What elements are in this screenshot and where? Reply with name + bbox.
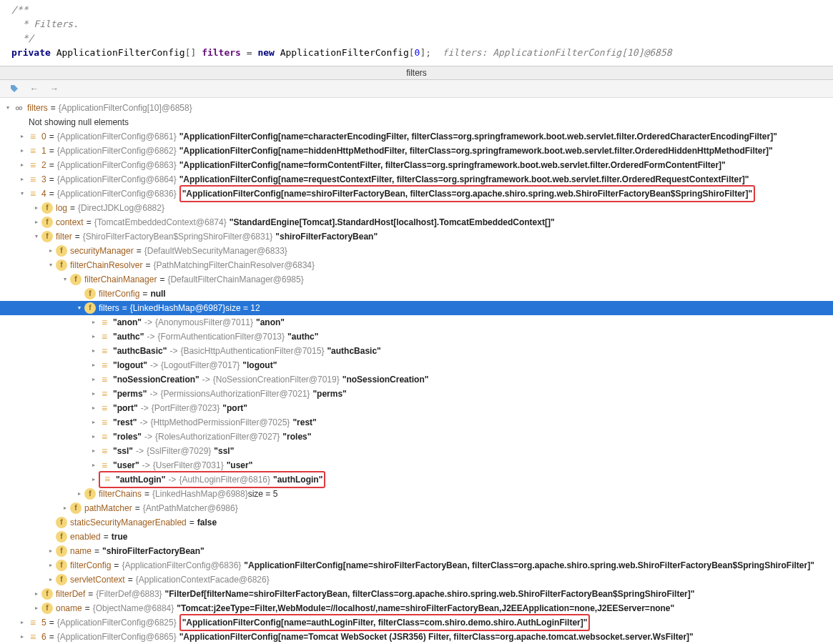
tree-prop-servletContext[interactable]: ▸ f servletContext= {ApplicationContextF… xyxy=(0,573,833,587)
expander-icon[interactable]: ▸ xyxy=(89,317,99,327)
field-icon: f xyxy=(84,288,96,299)
expander-icon[interactable]: ▸ xyxy=(89,432,99,442)
highlight-box: "ApplicationFilterConfig[name=shiroFilte… xyxy=(179,185,756,202)
tree-prop-context[interactable]: ▸ f context= {TomcatEmbeddedContext@6874… xyxy=(0,215,833,229)
element-icon: ≡ xyxy=(27,131,39,142)
toolbar: ← → xyxy=(0,80,833,98)
element-icon: ≡ xyxy=(27,631,39,643)
expander-icon[interactable]: ▸ xyxy=(89,460,99,470)
map-entry[interactable]: ▸≡"port"->{PortFilter@7023}"port" xyxy=(0,401,833,415)
map-entry[interactable]: ▸≡"anon"->{AnonymousFilter@7011}"anon" xyxy=(0,315,833,330)
expander-icon[interactable]: ▸ xyxy=(31,203,41,213)
expander-icon[interactable]: ▸ xyxy=(17,146,27,156)
back-icon[interactable]: ← xyxy=(29,83,40,94)
expander-icon[interactable]: ▾ xyxy=(46,260,56,270)
element-icon: ≡ xyxy=(99,402,110,414)
expander-icon[interactable]: ▸ xyxy=(89,403,99,413)
expander-icon[interactable]: ▸ xyxy=(31,589,41,599)
expander-icon[interactable]: ▸ xyxy=(46,575,56,585)
tree-item-0[interactable]: ▸ ≡ 0= {ApplicationFilterConfig@6861} "A… xyxy=(0,129,833,144)
expander-icon[interactable]: ▸ xyxy=(89,446,99,456)
expander-icon[interactable]: ▾ xyxy=(3,103,13,113)
field-icon: f xyxy=(41,202,53,214)
expander-icon[interactable]: ▾ xyxy=(60,274,70,284)
tree-prop-filterChainResolver[interactable]: ▾ f filterChainResolver= {PathMatchingFi… xyxy=(0,258,833,272)
forward-icon[interactable]: → xyxy=(49,83,60,94)
tree-prop-staticSec[interactable]: f staticSecurityManagerEnabled= false xyxy=(0,515,833,530)
map-entry[interactable]: ▸≡"ssl"->{SslFilter@7029}"ssl" xyxy=(0,444,833,458)
expander-icon[interactable]: ▸ xyxy=(46,246,56,256)
expander-icon[interactable]: ▸ xyxy=(89,389,99,399)
tree-prop-filter[interactable]: ▾ f filter= {ShiroFilterFactoryBean$Spri… xyxy=(0,229,833,244)
element-icon: ≡ xyxy=(27,145,39,157)
tree-item-3[interactable]: ▸ ≡ 3= {ApplicationFilterConfig@6864} "A… xyxy=(0,172,833,187)
expander-icon[interactable]: ▸ xyxy=(31,603,41,613)
tree-prop-filters-selected[interactable]: ▾ f filters= {LinkedHashMap@6987} size =… xyxy=(0,301,833,315)
element-icon: ≡ xyxy=(99,374,110,385)
tree-prop-filterDef[interactable]: ▸ f filterDef= {FilterDef@6883} "FilterD… xyxy=(0,587,833,601)
tree-item-6[interactable]: ▸ ≡ 6= {ApplicationFilterConfig@6865} "A… xyxy=(0,630,833,644)
tree-item-5[interactable]: ▸ ≡ 5= {ApplicationFilterConfig@6825} "A… xyxy=(0,615,833,630)
expander-icon[interactable]: ▸ xyxy=(17,632,27,642)
expander-icon[interactable]: ▸ xyxy=(60,503,70,513)
tag-icon[interactable] xyxy=(9,83,20,94)
element-icon: ≡ xyxy=(99,388,110,400)
expander-icon[interactable]: ▸ xyxy=(31,217,41,227)
tree-prop-log[interactable]: ▸ f log= {DirectJDKLog@6882} xyxy=(0,201,833,215)
editor-code: /** * Filters. */ private ApplicationFil… xyxy=(0,0,833,66)
tree-item-1[interactable]: ▸ ≡ 1= {ApplicationFilterConfig@6862} "A… xyxy=(0,144,833,158)
expander-icon[interactable]: ▸ xyxy=(89,417,99,427)
tree-prop-oname[interactable]: ▸ f oname= {ObjectName@6884} "Tomcat:j2e… xyxy=(0,601,833,615)
tree-prop-name[interactable]: ▸ f name= "shiroFilterFactoryBean" xyxy=(0,544,833,558)
tree-item-2[interactable]: ▸ ≡ 2= {ApplicationFilterConfig@6863} "A… xyxy=(0,158,833,172)
field-icon: f xyxy=(41,231,53,242)
expander-icon[interactable]: ▸ xyxy=(74,489,84,499)
panel-title: filters xyxy=(0,66,833,80)
map-entry[interactable]: ▸≡"perms"->{PermissionsAuthorizationFilt… xyxy=(0,387,833,401)
field-icon: f xyxy=(70,502,82,514)
map-entry[interactable]: ▸≡"noSessionCreation"->{NoSessionCreatio… xyxy=(0,372,833,387)
expander-icon[interactable]: ▸ xyxy=(89,375,99,385)
tree-prop-filterChains[interactable]: ▸ f filterChains= {LinkedHashMap@6988} s… xyxy=(0,487,833,501)
map-entry[interactable]: ▸≡"authcBasic"->{BasicHttpAuthentication… xyxy=(0,344,833,358)
expander-icon[interactable]: ▸ xyxy=(17,160,27,170)
highlight-box: "ApplicationFilterConfig[name=authLoginF… xyxy=(179,614,591,631)
field-icon: f xyxy=(56,574,67,585)
expander-icon[interactable]: ▸ xyxy=(17,618,27,628)
expander-icon[interactable]: ▸ xyxy=(89,346,99,356)
tree-prop-securityManager[interactable]: ▸ f securityManager= {DefaultWebSecurity… xyxy=(0,244,833,258)
tree-prop-pathMatcher[interactable]: ▸ f pathMatcher= {AntPathMatcher@6986} xyxy=(0,501,833,515)
expander-icon[interactable]: ▸ xyxy=(17,174,27,184)
field-icon: f xyxy=(56,245,67,257)
tree-prop-filterChainManager[interactable]: ▾ f filterChainManager= {DefaultFilterCh… xyxy=(0,272,833,287)
expander-icon[interactable]: ▸ xyxy=(89,360,99,370)
expander-icon[interactable]: ▸ xyxy=(46,546,56,556)
map-entry[interactable]: ▸≡"rest"->{HttpMethodPermissionFilter@70… xyxy=(0,415,833,430)
tree-item-4[interactable]: ▾ ≡ 4= {ApplicationFilterConfig@6836} "A… xyxy=(0,187,833,201)
map-entry[interactable]: ▸≡"roles"->{RolesAuthorizationFilter@702… xyxy=(0,430,833,444)
element-icon: ≡ xyxy=(99,460,110,471)
element-icon: ≡ xyxy=(99,417,110,428)
field-icon: f xyxy=(56,560,67,571)
map-entry[interactable]: ▸≡"logout"->{LogoutFilter@7017}"logout" xyxy=(0,358,833,372)
expander-icon[interactable]: ▾ xyxy=(31,232,41,242)
map-entry[interactable]: ▸≡"user"->{UserFilter@7031}"user" xyxy=(0,458,833,472)
map-entry-authLogin[interactable]: ▸≡"authLogin"->{AuthLoginFilter@6816}"au… xyxy=(0,472,833,487)
var-name: filters xyxy=(27,101,48,115)
element-icon: ≡ xyxy=(99,445,110,457)
tree-prop-enabled[interactable]: f enabled= true xyxy=(0,530,833,544)
expander-icon[interactable]: ▾ xyxy=(74,303,84,313)
expander-icon[interactable]: ▾ xyxy=(17,189,27,199)
element-icon: ≡ xyxy=(102,473,113,485)
expander-icon[interactable]: ▸ xyxy=(89,475,99,485)
tree-root[interactable]: ▾ oo filters = {ApplicationFilterConfig[… xyxy=(0,101,833,115)
expander-icon[interactable]: ▸ xyxy=(89,332,99,342)
expander-icon[interactable]: ▸ xyxy=(17,132,27,142)
tree-prop-filterConfig2[interactable]: ▸ f filterConfig= {ApplicationFilterConf… xyxy=(0,558,833,573)
element-icon: ≡ xyxy=(27,188,39,199)
map-entry[interactable]: ▸≡"authc"->{FormAuthenticationFilter@701… xyxy=(0,330,833,344)
field-icon: f xyxy=(56,259,67,271)
not-showing: Not showing null elements xyxy=(0,115,833,129)
tree-prop-filterConfig[interactable]: f filterConfig= null xyxy=(0,287,833,301)
expander-icon[interactable]: ▸ xyxy=(46,560,56,570)
